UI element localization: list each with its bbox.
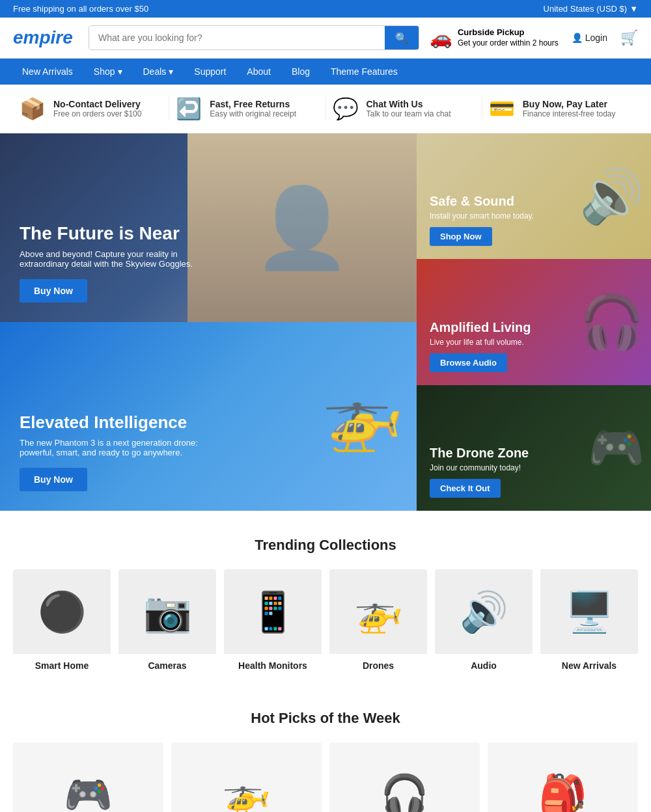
chevron-down-icon: ▼ xyxy=(630,4,638,14)
search-bar: 🔍 xyxy=(89,25,419,50)
trending-audio-img: 🔊 xyxy=(435,569,533,654)
trending-drones-img: 🚁 xyxy=(329,569,427,654)
headphones-image: 🎧 xyxy=(579,291,644,353)
trending-cameras[interactable]: 📷 Cameras xyxy=(118,569,216,677)
side-card-1-cta[interactable]: Shop Now xyxy=(430,227,492,246)
hot-pick-4-icon: 🎒 xyxy=(538,772,587,813)
user-icon: 👤 xyxy=(572,33,583,43)
nav-deals[interactable]: Deals ▾ xyxy=(134,59,183,85)
chat-icon: 💬 xyxy=(333,96,359,121)
trending-health[interactable]: 📱 Health Monitors xyxy=(224,569,322,677)
drone-icon: 🚁 xyxy=(354,589,403,635)
trending-audio[interactable]: 🔊 Audio xyxy=(435,569,533,677)
header-actions: 🚗 Curbside Pickup Get your order within … xyxy=(430,27,638,49)
login-button[interactable]: 👤 Login xyxy=(572,33,607,43)
side-card-1-content: Safe & Sound Install your smart home tod… xyxy=(430,194,534,246)
health-icon: 📱 xyxy=(249,589,298,635)
curbside-icon: 🚗 xyxy=(430,27,452,49)
feature-returns-sub: Easy with original receipt xyxy=(210,109,296,118)
hero-main-content: The Future is Near Above and beyond! Cap… xyxy=(20,223,202,303)
trending-section: Trending Collections ⚫ Smart Home 📷 Came… xyxy=(0,511,651,690)
hot-picks-section: Hot Picks of the Week 🎮 🚁 🎧 🎒 xyxy=(0,690,651,812)
nav-blog[interactable]: Blog xyxy=(283,59,319,85)
curbside-info: Curbside Pickup Get your order within 2 … xyxy=(458,27,559,48)
hero-side: 🔊 Safe & Sound Install your smart home t… xyxy=(417,133,651,511)
curbside-title: Curbside Pickup xyxy=(458,27,525,37)
feature-no-contact-text: No-Contact Delivery Free on orders over … xyxy=(53,99,141,118)
search-input[interactable] xyxy=(89,26,385,49)
hero-section: 👤 The Future is Near Above and beyond! C… xyxy=(0,133,651,511)
curbside-subtitle: Get your order within 2 hours xyxy=(458,38,559,47)
free-shipping-text: Free shipping on all orders over $50 xyxy=(13,4,148,14)
nav-theme-features[interactable]: Theme Features xyxy=(322,59,407,85)
projector-icon: 🖥️ xyxy=(565,589,614,635)
trending-new-arrivals-img: 🖥️ xyxy=(540,569,638,654)
drone-image: 🚁 xyxy=(322,378,404,455)
hero-secondary-content: Elevated Intelligence The new Phantom 3 … xyxy=(20,413,202,491)
trending-drones[interactable]: 🚁 Drones xyxy=(329,569,427,677)
feature-returns-title: Fast, Free Returns xyxy=(210,99,296,109)
no-contact-icon: 📦 xyxy=(20,96,46,121)
side-card-2-title: Amplified Living xyxy=(430,320,531,335)
hot-pick-1[interactable]: 🎮 xyxy=(13,742,163,812)
feature-chat: 💬 Chat With Us Talk to our team via chat xyxy=(326,96,482,121)
feature-pay-later-sub: Finance interest-free today xyxy=(523,109,616,118)
hot-pick-3[interactable]: 🎧 xyxy=(329,742,480,812)
pay-later-icon: 💳 xyxy=(489,96,515,121)
hot-pick-1-icon: 🎮 xyxy=(64,772,113,813)
search-button[interactable]: 🔍 xyxy=(385,26,419,49)
hot-pick-2-icon: 🚁 xyxy=(222,772,271,813)
feature-pay-later-text: Buy Now, Pay Later Finance interest-free… xyxy=(523,99,616,118)
hot-pick-3-icon: 🎧 xyxy=(380,772,429,813)
hero-main-cta[interactable]: Buy Now xyxy=(20,279,87,303)
trending-cameras-img: 📷 xyxy=(118,569,216,654)
nav-support[interactable]: Support xyxy=(185,59,235,85)
trending-audio-label: Audio xyxy=(435,654,533,677)
hot-pick-2[interactable]: 🚁 xyxy=(171,742,322,812)
top-banner: Free shipping on all orders over $50 Uni… xyxy=(0,0,651,18)
trending-smart-home-label: Smart Home xyxy=(13,654,111,677)
chevron-down-icon: ▾ xyxy=(118,66,122,77)
header: empire 🔍 🚗 Curbside Pickup Get your orde… xyxy=(0,18,651,59)
trending-cameras-label: Cameras xyxy=(118,654,216,677)
returns-icon: ↩️ xyxy=(176,96,202,121)
audio-icon: 🔊 xyxy=(460,589,508,635)
side-card-1-title: Safe & Sound xyxy=(430,194,534,209)
feature-no-contact-title: No-Contact Delivery xyxy=(53,99,141,109)
feature-returns-text: Fast, Free Returns Easy with original re… xyxy=(210,99,296,118)
drone-controller-image: 🎮 xyxy=(588,421,644,474)
main-nav: New Arrivals Shop ▾ Deals ▾ Support Abou… xyxy=(0,59,651,85)
side-card-audio: 🎧 Amplified Living Live your life at ful… xyxy=(417,259,651,385)
hot-pick-4[interactable]: 🎒 xyxy=(488,742,638,812)
feature-no-contact: 📦 No-Contact Delivery Free on orders ove… xyxy=(13,96,169,121)
nav-shop[interactable]: Shop ▾ xyxy=(85,59,132,85)
side-card-3-title: The Drone Zone xyxy=(430,446,529,461)
cart-button[interactable]: 🛒 xyxy=(620,29,638,46)
side-card-smart-home: 🔊 Safe & Sound Install your smart home t… xyxy=(417,133,651,259)
hero-secondary-subtitle: The new Phantom 3 is a next generation d… xyxy=(20,438,202,457)
curbside-pickup: 🚗 Curbside Pickup Get your order within … xyxy=(430,27,559,49)
feature-pay-later: 💳 Buy Now, Pay Later Finance interest-fr… xyxy=(482,96,638,121)
nav-about[interactable]: About xyxy=(238,59,280,85)
side-card-1-sub: Install your smart home today. xyxy=(430,211,534,221)
trending-title: Trending Collections xyxy=(13,537,638,554)
hot-picks-grid: 🎮 🚁 🎧 🎒 xyxy=(13,742,638,812)
hero-secondary-cta[interactable]: Buy Now xyxy=(20,468,87,491)
hero-main-banner: 👤 The Future is Near Above and beyond! C… xyxy=(0,133,417,322)
side-card-3-cta[interactable]: Check It Out xyxy=(430,479,501,498)
feature-chat-title: Chat With Us xyxy=(367,99,451,109)
feature-bar: 📦 No-Contact Delivery Free on orders ove… xyxy=(0,85,651,133)
trending-health-img: 📱 xyxy=(224,569,322,654)
side-card-2-cta[interactable]: Browse Audio xyxy=(430,353,507,372)
nav-new-arrivals[interactable]: New Arrivals xyxy=(13,59,82,85)
trending-smart-home[interactable]: ⚫ Smart Home xyxy=(13,569,111,677)
smart-speaker-image: 🔊 xyxy=(579,166,644,227)
side-card-2-sub: Live your life at full volume. xyxy=(430,338,531,347)
camera-icon: 📷 xyxy=(143,589,192,635)
login-label: Login xyxy=(585,33,607,43)
trending-new-arrivals[interactable]: 🖥️ New Arrivals xyxy=(540,569,638,677)
logo[interactable]: empire xyxy=(13,27,78,48)
hero-secondary-banner: 🚁 Elevated Intelligence The new Phantom … xyxy=(0,322,417,511)
region-selector[interactable]: United States (USD $) ▼ xyxy=(544,4,638,14)
trending-new-arrivals-label: New Arrivals xyxy=(540,654,638,677)
